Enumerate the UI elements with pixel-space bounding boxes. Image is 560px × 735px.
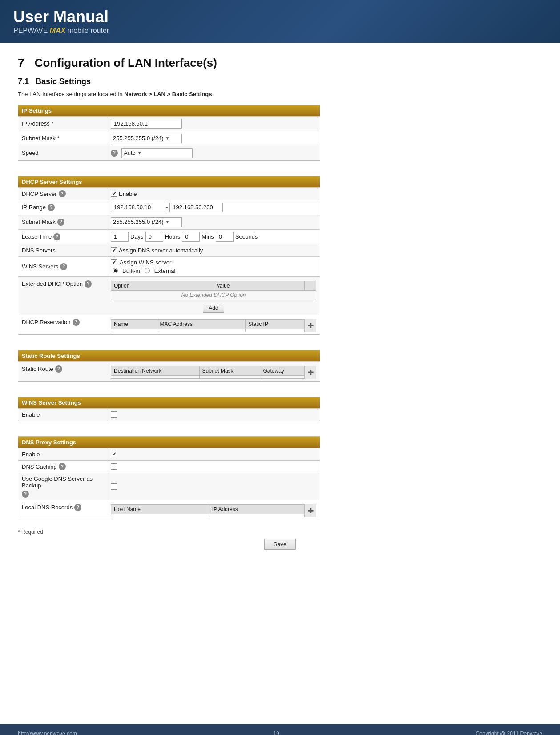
wins-settings-block: WINS Server Settings Enable (18, 397, 320, 421)
required-note: * Required (18, 529, 542, 535)
save-btn-wrap: Save (18, 539, 542, 550)
ip-settings-block: IP Settings IP Address * 192.168.50.1 Su… (18, 105, 320, 161)
wins-settings-header: WINS Server Settings (18, 397, 320, 408)
dhcp-settings-block: DHCP Server Settings DHCP Server ? ✔ Ena… (18, 176, 320, 335)
google-dns-label-text: Use Google DNS Server as Backup (22, 475, 103, 489)
lease-time-secs-val[interactable]: 0 (216, 232, 234, 242)
google-dns-checkbox[interactable] (111, 483, 117, 490)
subnet-mask-select[interactable]: 255.255.255.0 (/24) ▼ (111, 134, 182, 143)
lease-time-row: Lease Time ? 1 Days 0 Hours 0 Mins 0 Sec… (18, 229, 320, 244)
local-dns-help-icon[interactable]: ? (74, 504, 81, 511)
dhcp-reservation-table: Name MAC Address Static IP (111, 319, 305, 332)
dhcp-server-checkbox[interactable]: ✔ (111, 191, 117, 197)
subnet-mask-select-value: 255.255.255.0 (/24) (113, 135, 163, 142)
google-dns-help-icon[interactable]: ? (22, 491, 29, 498)
static-route-value: Destination Network Subnet Mask Gateway (107, 364, 320, 381)
local-dns-add-btn[interactable]: ✚ (305, 504, 316, 517)
dns-proxy-block: DNS Proxy Settings Enable ✔ DNS Caching … (18, 436, 320, 520)
dhcp-reservation-table-wrap: Name MAC Address Static IP (111, 319, 316, 332)
static-route-empty-mask (199, 375, 260, 378)
lease-time-val1[interactable]: 1 (111, 232, 129, 242)
wins-servers-checkbox[interactable]: ✔ (111, 259, 117, 265)
dhcp-reservation-col3: Static IP (246, 319, 305, 329)
speed-label-text: Speed (22, 150, 39, 156)
section-heading: Configuration of LAN Interface(s) (35, 56, 217, 69)
dhcp-reservation-row: DHCP Reservation ? Name MAC Address Stat… (18, 315, 320, 334)
ip-address-input[interactable]: 192.168.50.1 (111, 119, 182, 129)
dhcp-subnet-select[interactable]: 255.255.255.0 (/24) ▼ (111, 217, 182, 227)
wins-servers-label: WINS Servers ? (18, 257, 107, 276)
local-dns-empty-ip (209, 514, 304, 517)
main-content: 7 Configuration of LAN Interface(s) 7.1 … (0, 43, 560, 724)
extended-dhcp-add-row: Add (111, 304, 316, 313)
section-number: 7 (18, 56, 24, 69)
lease-time-help-icon[interactable]: ? (53, 233, 60, 240)
wins-enable-value (107, 409, 320, 421)
ip-range-help-icon[interactable]: ? (48, 204, 55, 211)
wins-servers-check-mark: ✔ (112, 260, 116, 265)
ip-range-to-input[interactable]: 192.168.50.200 (169, 203, 223, 212)
dhcp-reservation-add-btn[interactable]: ✚ (305, 319, 316, 332)
wins-builtin-radio[interactable] (113, 268, 118, 273)
wins-external-radio[interactable] (145, 268, 150, 273)
dns-servers-check-mark: ✔ (112, 248, 116, 253)
dns-proxy-enable-check: ✔ (112, 451, 116, 457)
subsection-number: 7.1 (18, 77, 29, 86)
dhcp-server-check-mark: ✔ (112, 191, 116, 197)
lease-hours-label: Hours (165, 233, 181, 240)
wins-servers-help-icon[interactable]: ? (60, 263, 67, 270)
wins-builtin-label: Built-in (122, 268, 140, 274)
extended-dhcp-col2: Value (214, 281, 304, 290)
dhcp-server-value: ✔ Enable (107, 188, 320, 200)
dns-servers-row: DNS Servers ✔ Assign DNS server automati… (18, 244, 320, 256)
extended-dhcp-table: Option Value No Extended DHCP Option (111, 281, 316, 300)
ip-range-value: 192.168.50.10 - 192.168.50.200 (107, 200, 320, 215)
dns-proxy-enable-label: Enable (18, 448, 107, 460)
ip-range-from-input[interactable]: 192.168.50.10 (111, 203, 164, 212)
dns-proxy-enable-row: Enable ✔ (18, 448, 320, 460)
local-dns-empty-host (111, 514, 209, 517)
save-button[interactable]: Save (264, 539, 296, 550)
extended-dhcp-help-icon[interactable]: ? (85, 280, 92, 288)
dhcp-reservation-empty-mac (157, 329, 246, 332)
speed-arrow: ▼ (137, 150, 142, 155)
dns-caching-value (107, 461, 320, 473)
dns-caching-row: DNS Caching ? (18, 460, 320, 473)
dns-servers-checkbox[interactable]: ✔ (111, 247, 117, 253)
extended-dhcp-value: Option Value No Extended DHCP Option Add (107, 279, 320, 315)
speed-help-icon[interactable]: ? (111, 150, 118, 157)
dhcp-subnet-value: 255.255.255.0 (/24) ▼ (107, 215, 320, 229)
dns-caching-checkbox[interactable] (111, 463, 117, 470)
dns-caching-help-icon[interactable]: ? (59, 463, 66, 470)
dhcp-reservation-help-icon[interactable]: ? (73, 319, 80, 326)
lease-time-mins-val[interactable]: 0 (182, 232, 200, 242)
dhcp-server-help-icon[interactable]: ? (59, 190, 66, 197)
google-dns-row: Use Google DNS Server as Backup ? (18, 473, 320, 500)
speed-select[interactable]: Auto ▼ (121, 148, 193, 158)
lease-seconds-label: Seconds (235, 233, 258, 240)
subnet-mask-label: Subnet Mask * (18, 131, 107, 146)
wins-servers-row: WINS Servers ? ✔ Assign WINS server Buil… (18, 256, 320, 276)
lease-days-label: Days (130, 233, 144, 240)
static-route-help-icon[interactable]: ? (55, 365, 62, 373)
wins-builtin-fill (114, 269, 117, 272)
dhcp-subnet-help-icon[interactable]: ? (57, 219, 64, 226)
wins-enable-checkbox[interactable] (111, 411, 117, 418)
static-route-add-btn[interactable]: ✚ (305, 366, 316, 379)
dhcp-server-row: DHCP Server ? ✔ Enable (18, 187, 320, 200)
static-route-col3: Gateway (260, 366, 305, 375)
speed-row: Speed ? Auto ▼ (18, 146, 320, 160)
local-dns-table: Host Name IP Address (111, 504, 305, 517)
footer-copyright: Copyright @ 2011 Pepwave (475, 731, 542, 735)
ip-range-dash: - (166, 204, 168, 211)
dns-proxy-enable-checkbox[interactable]: ✔ (111, 451, 117, 457)
dhcp-subnet-row: Subnet Mask ? 255.255.255.0 (/24) ▼ (18, 215, 320, 229)
lease-time-hours-val[interactable]: 0 (145, 232, 163, 242)
static-route-row: Static Route ? Destination Network Subne… (18, 361, 320, 381)
dhcp-server-enable-label: Enable (119, 191, 137, 197)
extended-dhcp-add-btn[interactable]: Add (203, 304, 224, 313)
dhcp-subnet-select-value: 255.255.255.0 (/24) (113, 219, 163, 225)
static-route-table-wrap: Destination Network Subnet Mask Gateway (111, 366, 316, 379)
dhcp-reservation-col1: Name (111, 319, 157, 329)
dhcp-subnet-arrow: ▼ (165, 219, 169, 224)
